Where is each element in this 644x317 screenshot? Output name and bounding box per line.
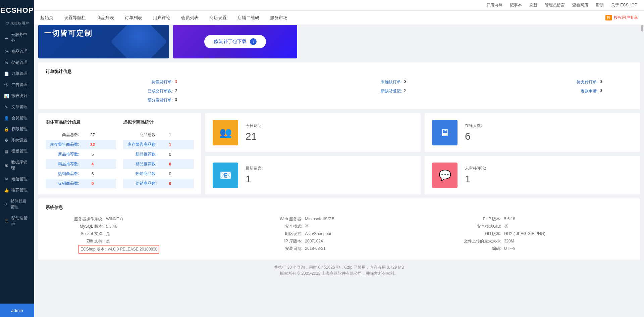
sidebar-item-13[interactable]: 👍推荐管理 xyxy=(0,185,34,196)
sidebar-item-11[interactable]: ◉数据库管理 xyxy=(0,157,34,174)
sidebar-item-label: 促销管理 xyxy=(11,60,28,65)
side-menu: ☁云服务中心🛍商品管理％促销管理📄订单管理ⓐ广告管理📊报表统计✎文章管理👤会员管… xyxy=(0,29,34,304)
sys-row: 文件上传的最大大小:320M xyxy=(444,237,633,245)
tile-icon: 🖥 xyxy=(432,120,458,145)
stat-tile-2[interactable]: 📧最新留言:1 xyxy=(205,156,421,194)
sidebar-item-label: 模板管理 xyxy=(11,148,28,154)
goods-row-value: 1 xyxy=(160,142,180,147)
order-stat-row: 未确认订单:3 xyxy=(381,79,410,85)
tile-value: 6 xyxy=(465,131,482,142)
sys-row: 安全模式GID:否 xyxy=(444,223,633,230)
sidebar-item-label: 数据库管理 xyxy=(11,160,30,171)
sidebar-icon: ％ xyxy=(4,60,9,65)
goods-row-value: 0 xyxy=(83,181,103,186)
topbar-link-6[interactable]: 关于 ECSHOP xyxy=(611,2,637,8)
topbar-link-2[interactable]: 刷新 xyxy=(529,2,537,8)
order-stat-label[interactable]: 待发货订单: xyxy=(152,79,173,85)
goods-left-title: 实体商品统计信息 xyxy=(46,119,116,125)
sidebar-item-14[interactable]: ✈邮件群发管理 xyxy=(0,196,34,213)
sidebar-item-6[interactable]: ✎文章管理 xyxy=(0,101,34,112)
sidebar-icon: ⓐ xyxy=(4,82,9,88)
goods-row-value: 4 xyxy=(83,162,103,167)
system-info-panel: 系统信息 服务器操作系统:WINNT ()MySQL 版本:5.5.46Sock… xyxy=(38,198,640,260)
sidebar-item-15[interactable]: 📱移动端管理 xyxy=(0,213,34,229)
sys-row: Socket 支持:是 xyxy=(46,230,234,237)
goods-row-label[interactable]: 新品推荐数: xyxy=(123,151,160,157)
banner-customize[interactable]: 一切皆可定制 xyxy=(38,25,169,58)
order-stat-value: 3 xyxy=(404,79,410,85)
sidebar-icon: ✈ xyxy=(4,202,8,207)
scrollbar-thumb[interactable] xyxy=(641,25,643,32)
goods-row-value: 6 xyxy=(83,172,103,176)
nav-tab-8[interactable]: 服务市场 xyxy=(270,15,287,21)
nav-tab-7[interactable]: 店铺二维码 xyxy=(237,15,259,21)
order-stat-label[interactable]: 待支付订单: xyxy=(577,79,598,85)
order-stat-label[interactable]: 退款申请: xyxy=(581,88,598,94)
order-stat-row: 退款申请:0 xyxy=(581,88,606,94)
auth-badge-icon: 授 xyxy=(605,15,612,20)
goods-row-value: 1 xyxy=(160,133,180,137)
order-stat-label[interactable]: 未确认订单: xyxy=(381,79,402,85)
goods-row-value: 32 xyxy=(83,142,103,147)
nav-tab-1[interactable]: 设置导航栏 xyxy=(64,15,86,21)
goods-row-label[interactable]: 促销商品数: xyxy=(123,181,160,186)
admin-bar[interactable]: admin xyxy=(0,304,34,317)
sidebar-item-1[interactable]: 🛍商品管理 xyxy=(0,46,34,57)
goods-row: 精品推荐数:0 xyxy=(123,159,194,169)
sidebar-item-12[interactable]: ✉短信管理 xyxy=(0,174,34,185)
sys-row: ECShop 版本:v4.0.0 RELEASE 20180830 xyxy=(46,245,234,254)
sidebar-icon: 📱 xyxy=(4,219,9,223)
stat-tile-3[interactable]: 💬未审核评论:1 xyxy=(425,156,640,194)
order-stat-label[interactable]: 新缺货登记: xyxy=(381,88,402,94)
topbar-link-4[interactable]: 查看网店 xyxy=(572,2,588,8)
goods-row-label[interactable]: 精品推荐数: xyxy=(123,161,160,167)
goods-row: 新品推荐数:5 xyxy=(46,149,116,159)
sidebar-item-5[interactable]: 📊报表统计 xyxy=(0,90,34,101)
sidebar-item-4[interactable]: ⓐ广告管理 xyxy=(0,79,34,90)
goods-row-label[interactable]: 促销商品数: xyxy=(46,181,83,186)
goods-row: 库存警告商品数:32 xyxy=(46,140,116,149)
order-stats-title: 订单统计信息 xyxy=(46,69,633,75)
goods-row-label[interactable]: 精品推荐数: xyxy=(46,161,83,167)
goods-row-label[interactable]: 新品推荐数: xyxy=(46,151,83,157)
order-stat-label[interactable]: 已成交订单数: xyxy=(148,88,173,94)
nav-tab-3[interactable]: 订单列表 xyxy=(125,15,142,21)
topbar-link-1[interactable]: 记事本 xyxy=(510,2,522,8)
goods-row: 热销商品数:6 xyxy=(46,169,116,179)
sidebar-item-8[interactable]: 🔒权限管理 xyxy=(0,124,34,135)
goods-row-label[interactable]: 热销商品数: xyxy=(46,171,83,177)
sidebar-item-label: 商品管理 xyxy=(11,49,28,54)
sidebar-item-7[interactable]: 👤会员管理 xyxy=(0,112,34,124)
sidebar-item-label: 订单管理 xyxy=(11,71,28,77)
nav-tab-0[interactable]: 起始页 xyxy=(40,15,53,21)
download-patch-button[interactable]: 修复补丁包下载 ↓ xyxy=(204,35,266,48)
topbar-link-0[interactable]: 开店向导 xyxy=(486,2,502,8)
sidebar-item-3[interactable]: 📄订单管理 xyxy=(0,68,34,79)
sidebar-icon: ▦ xyxy=(4,149,9,154)
goods-row-label[interactable]: 库存警告商品数: xyxy=(123,142,160,147)
nav-tab-4[interactable]: 用户评论 xyxy=(153,15,170,21)
sidebar-item-label: 云服务中心 xyxy=(11,32,30,43)
navbar: 起始页设置导航栏商品列表订单列表用户评论会员列表商店设置店铺二维码服务市场 授 … xyxy=(34,11,644,25)
goods-row-label[interactable]: 库存警告商品数: xyxy=(46,142,83,147)
topbar-link-5[interactable]: 帮助 xyxy=(596,2,604,8)
nav-auth-link[interactable]: 授 授权用户专享 xyxy=(605,15,638,20)
goods-row-label[interactable]: 热销商品数: xyxy=(123,171,160,177)
sidebar-item-9[interactable]: ⚙系统设置 xyxy=(0,135,34,146)
sidebar-item-0[interactable]: ☁云服务中心 xyxy=(0,29,34,46)
nav-tab-2[interactable]: 商品列表 xyxy=(97,15,114,21)
stat-tile-1[interactable]: 🖥在线人数:6 xyxy=(425,113,640,152)
nav-tab-6[interactable]: 商店设置 xyxy=(209,15,227,21)
banner-patch: 修复补丁包下载 ↓ xyxy=(173,25,297,58)
nav-tab-5[interactable]: 会员列表 xyxy=(181,15,199,21)
order-stat-value: 3 xyxy=(175,79,181,85)
sidebar-item-2[interactable]: ％促销管理 xyxy=(0,57,34,68)
sidebar-item-label: 会员管理 xyxy=(11,115,28,121)
tile-value: 21 xyxy=(246,131,263,142)
sidebar-item-10[interactable]: ▦模板管理 xyxy=(0,146,34,157)
sys-row: 安装日期:2018-08-31 xyxy=(245,245,433,252)
stat-tile-0[interactable]: 👥今日访问:21 xyxy=(205,113,421,152)
order-stat-label[interactable]: 部分发货订单: xyxy=(148,97,173,103)
topbar-link-3[interactable]: 管理员留言 xyxy=(545,2,565,8)
goods-row-value: 5 xyxy=(83,152,103,157)
